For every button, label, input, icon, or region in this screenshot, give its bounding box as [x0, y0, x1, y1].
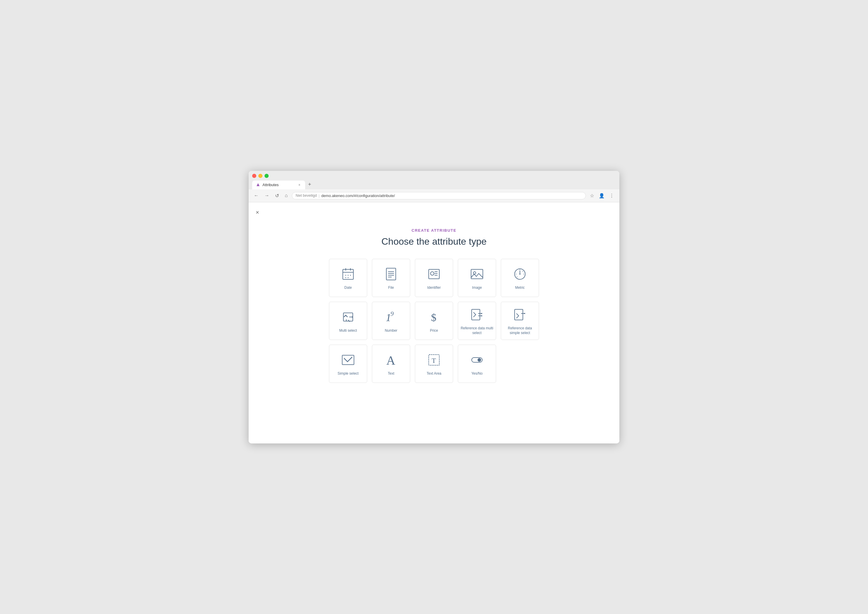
close-button[interactable] [252, 174, 256, 178]
attribute-card-text-area[interactable]: T Text Area [415, 345, 453, 383]
attribute-card-date[interactable]: Date [329, 259, 367, 297]
browser-window: Attributes × + ← → ↺ ⌂ Niet beveiligd | … [248, 171, 620, 443]
image-label: Image [472, 285, 482, 290]
svg-point-41 [481, 315, 482, 316]
metric-icon [512, 267, 527, 281]
bookmark-button[interactable]: ☆ [588, 192, 596, 200]
svg-point-31 [352, 316, 353, 318]
text-area-label: Text Area [427, 371, 441, 376]
reload-button[interactable]: ↺ [273, 192, 281, 200]
tab-title: Attributes [262, 183, 279, 187]
tab-close-button[interactable]: × [298, 183, 300, 187]
metric-label: Metric [515, 285, 525, 290]
svg-rect-45 [342, 355, 354, 364]
file-label: File [388, 285, 394, 290]
ref-data-multi-label: Reference data multi select [461, 326, 494, 335]
yes-no-label: Yes/No [471, 371, 483, 376]
modal-body: CREATE ATTRIBUTE Choose the attribute ty… [255, 216, 613, 383]
svg-point-20 [474, 272, 476, 274]
svg-point-7 [345, 277, 346, 278]
browser-traffic-lights [252, 174, 616, 178]
security-indicator: Niet beveiligd [296, 194, 317, 198]
page-content: × CREATE ATTRIBUTE Choose the attribute … [248, 202, 620, 443]
ref-data-simple-icon [512, 307, 527, 322]
identifier-icon [427, 267, 441, 281]
svg-point-50 [478, 358, 481, 362]
address-bar[interactable]: Niet beveiligd | demo.akeneo.com/#/confi… [292, 192, 586, 199]
price-icon: $ [427, 310, 441, 324]
text-icon: A [384, 353, 398, 367]
attribute-card-yes-no[interactable]: Yes/No [458, 345, 496, 383]
attribute-card-ref-data-multi[interactable]: Reference data multi select [458, 302, 496, 340]
attribute-card-simple-select[interactable]: Simple select [329, 345, 367, 383]
number-icon: 1 9 [384, 310, 398, 324]
attribute-card-text[interactable]: A Text [372, 345, 410, 383]
file-icon [384, 267, 398, 281]
multi-select-label: Multi select [339, 329, 357, 333]
svg-point-39 [481, 313, 482, 314]
attribute-card-metric[interactable]: Metric [501, 259, 539, 297]
svg-point-6 [350, 274, 351, 276]
svg-point-44 [524, 313, 525, 314]
address-separator: | [319, 194, 320, 198]
profile-button[interactable]: 👤 [597, 192, 606, 200]
text-label: Text [388, 371, 394, 376]
svg-text:9: 9 [390, 310, 394, 317]
back-button[interactable]: ← [252, 192, 260, 199]
browser-chrome: Attributes × + [248, 171, 620, 189]
modal-subtitle: CREATE ATTRIBUTE [411, 228, 457, 233]
svg-point-23 [519, 273, 520, 274]
svg-point-5 [348, 274, 349, 276]
svg-rect-42 [515, 309, 523, 320]
attribute-card-price[interactable]: $ Price [415, 302, 453, 340]
image-icon [470, 267, 484, 281]
tab-favicon-icon [256, 183, 260, 187]
ref-data-simple-label: Reference data simple select [503, 326, 536, 335]
text-area-icon: T [427, 353, 441, 367]
attribute-card-ref-data-simple[interactable]: Reference data simple select [501, 302, 539, 340]
svg-text:A: A [386, 354, 396, 367]
svg-rect-19 [471, 269, 483, 279]
simple-select-label: Simple select [337, 371, 359, 376]
svg-point-4 [345, 274, 346, 276]
ref-data-multi-icon [470, 307, 484, 322]
active-tab[interactable]: Attributes × [252, 181, 305, 189]
svg-line-28 [517, 276, 517, 277]
attribute-card-image[interactable]: Image [458, 259, 496, 297]
browser-tabs: Attributes × + [252, 180, 616, 189]
svg-point-8 [348, 277, 349, 278]
minimize-button[interactable] [258, 174, 262, 178]
multi-select-icon [341, 310, 356, 324]
attribute-card-number[interactable]: 1 9 Number [372, 302, 410, 340]
attribute-card-file[interactable]: File [372, 259, 410, 297]
svg-text:T: T [432, 357, 436, 364]
number-label: Number [385, 329, 398, 333]
attribute-card-identifier[interactable]: Identifier [415, 259, 453, 297]
yes-no-icon [470, 353, 484, 367]
attribute-grid: Date File [329, 259, 539, 383]
toolbar-right-actions: ☆ 👤 ⋮ [588, 192, 616, 200]
modal-title: Choose the attribute type [381, 236, 487, 247]
svg-point-15 [430, 272, 434, 275]
date-label: Date [344, 285, 352, 290]
simple-select-icon [341, 353, 356, 367]
maximize-button[interactable] [264, 174, 269, 178]
date-icon [341, 267, 356, 281]
forward-button[interactable]: → [263, 192, 271, 199]
identifier-label: Identifier [427, 285, 441, 290]
attribute-card-multi-select[interactable]: Multi select [329, 302, 367, 340]
address-url: demo.akeneo.com/#/configuration/attribut… [321, 194, 582, 198]
new-tab-button[interactable]: + [305, 180, 314, 189]
price-label: Price [430, 329, 438, 333]
svg-text:$: $ [431, 312, 436, 324]
svg-rect-9 [386, 268, 396, 280]
modal-close-button[interactable]: × [255, 208, 260, 216]
menu-button[interactable]: ⋮ [607, 192, 616, 200]
home-button[interactable]: ⌂ [283, 192, 290, 199]
browser-toolbar: ← → ↺ ⌂ Niet beveiligd | demo.akeneo.com… [248, 189, 620, 202]
